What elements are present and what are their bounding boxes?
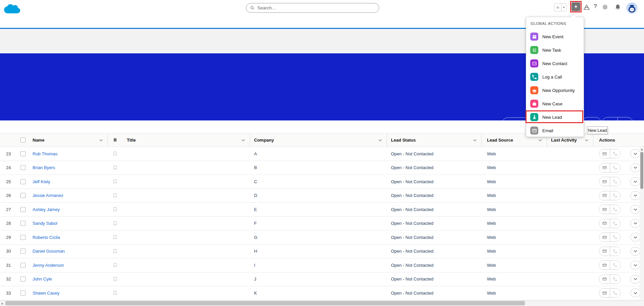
row-checkbox[interactable] — [20, 207, 26, 212]
global-action-new-opportunity[interactable]: New Opportunity — [526, 84, 584, 97]
row-checkbox[interactable] — [20, 249, 26, 254]
row-quick-actions — [599, 260, 621, 270]
row-actions-chevron-button[interactable] — [630, 289, 640, 297]
bookmark-icon[interactable] — [112, 221, 118, 226]
bookmark-icon[interactable] — [112, 249, 118, 254]
header-company[interactable]: Company — [250, 134, 387, 147]
bookmark-icon[interactable] — [112, 276, 118, 282]
call-action-button[interactable] — [610, 219, 620, 228]
setup-gear-icon[interactable] — [602, 4, 608, 10]
email-action-button[interactable] — [599, 275, 610, 284]
bookmark-icon[interactable] — [112, 207, 118, 212]
call-action-button[interactable] — [610, 149, 620, 158]
bookmark-icon[interactable] — [112, 290, 118, 296]
trailhead-guidance-icon[interactable] — [583, 4, 590, 11]
row-checkbox[interactable] — [20, 165, 26, 170]
row-actions-chevron-button[interactable] — [630, 275, 640, 284]
email-action-button[interactable] — [599, 247, 610, 256]
row-checkbox[interactable] — [20, 263, 26, 268]
lead-name-link[interactable]: Brian Byers — [33, 165, 55, 170]
bookmark-icon[interactable] — [112, 151, 118, 156]
call-action-button[interactable] — [610, 275, 620, 284]
call-action-button[interactable] — [610, 177, 620, 186]
call-action-button[interactable] — [610, 163, 620, 172]
row-actions-chevron-button[interactable] — [630, 149, 640, 158]
global-action-new-case[interactable]: New Case — [526, 97, 584, 110]
favorites-dropdown-icon[interactable]: ▼ — [561, 4, 566, 11]
scroll-left-arrow-icon[interactable]: ◂ — [1, 301, 3, 306]
row-actions-chevron-button[interactable] — [630, 247, 640, 256]
table-row: 28 Sandy Sabol F Open - Not Contacted We… — [0, 217, 644, 231]
row-checkbox[interactable] — [20, 291, 26, 296]
email-action-button[interactable] — [599, 233, 610, 242]
notifications-bell-icon[interactable] — [614, 4, 621, 10]
call-action-button[interactable] — [610, 261, 620, 269]
table-row: 27 Ashley Jamey E Open - Not Contacted W… — [0, 203, 644, 217]
lead-name-link[interactable]: Jeff Kiely — [33, 179, 50, 184]
global-search[interactable] — [246, 3, 379, 13]
global-action-new-task[interactable]: New Task — [526, 43, 584, 57]
help-icon[interactable]: ? — [594, 3, 597, 10]
email-action-button[interactable] — [599, 177, 610, 186]
global-action-new-contact[interactable]: New Contact — [526, 57, 584, 70]
email-action-button[interactable] — [599, 191, 610, 200]
row-actions-chevron-button[interactable] — [630, 233, 640, 242]
email-action-button[interactable] — [599, 219, 610, 228]
lead-name-link[interactable]: Sandy Sabol — [33, 221, 57, 226]
row-actions-chevron-button[interactable] — [630, 163, 640, 172]
bookmark-icon[interactable] — [112, 235, 118, 240]
header-lead-status[interactable]: Lead Status — [387, 134, 482, 147]
row-actions-chevron-button[interactable] — [630, 219, 640, 228]
global-action-log-a-call[interactable]: Log a Call — [526, 70, 584, 84]
vertical-scrollbar-thumb[interactable] — [640, 152, 643, 189]
bookmark-icon[interactable] — [112, 193, 118, 198]
lead-name-link[interactable]: Daniel Gossman — [33, 249, 65, 254]
bookmark-icon[interactable] — [112, 262, 118, 268]
row-actions-chevron-button[interactable] — [630, 191, 640, 200]
row-checkbox[interactable] — [20, 151, 26, 156]
call-action-button[interactable] — [610, 233, 620, 242]
chevron-down-icon — [634, 278, 637, 280]
favorites-control[interactable]: ★ ▼ — [554, 3, 566, 11]
call-action-button[interactable] — [610, 191, 620, 200]
row-checkbox[interactable] — [20, 235, 26, 240]
header-name[interactable]: Name — [30, 134, 108, 147]
row-checkbox[interactable] — [20, 276, 26, 282]
header-title[interactable]: Title — [122, 134, 250, 147]
lead-company: I — [254, 263, 255, 268]
bookmark-icon[interactable] — [112, 179, 118, 184]
lead-name-link[interactable]: Jessie Armanez — [33, 193, 63, 198]
email-action-button[interactable] — [599, 149, 610, 158]
favorite-star-icon[interactable]: ★ — [554, 4, 561, 11]
global-action-new-event[interactable]: New Event — [526, 30, 584, 43]
row-actions-chevron-button[interactable] — [630, 261, 640, 269]
email-action-button[interactable] — [599, 163, 610, 172]
email-action-button[interactable] — [599, 289, 610, 297]
row-number: 30 — [0, 249, 11, 254]
bookmark-icon[interactable] — [112, 165, 118, 170]
lead-name-link[interactable]: Ashley Jamey — [33, 207, 60, 212]
select-all-checkbox[interactable] — [20, 138, 26, 143]
horizontal-scrollbar-thumb[interactable] — [5, 301, 525, 305]
call-action-button[interactable] — [610, 247, 620, 256]
row-checkbox[interactable] — [20, 221, 26, 226]
email-action-button[interactable] — [599, 261, 610, 269]
lead-name-link[interactable]: Roberto Cicila — [33, 235, 60, 240]
row-actions-chevron-button[interactable] — [630, 177, 640, 186]
row-checkbox[interactable] — [20, 193, 26, 198]
call-action-button[interactable] — [610, 289, 620, 297]
lead-name-link[interactable]: Rob Thomas — [33, 151, 57, 156]
call-action-button[interactable] — [610, 205, 620, 214]
row-checkbox[interactable] — [20, 179, 26, 184]
lead-name-link[interactable]: Jenny Anderson — [33, 263, 64, 268]
global-action-email[interactable]: Email — [526, 124, 584, 137]
email-action-button[interactable] — [599, 205, 610, 214]
search-input[interactable] — [257, 5, 376, 10]
lead-name-link[interactable]: Shawn Casey — [33, 291, 59, 296]
avatar[interactable] — [626, 2, 638, 14]
lead-name-link[interactable]: John Cyle — [33, 276, 52, 282]
scroll-up-arrow-icon[interactable]: ▲ — [640, 148, 643, 151]
bookmark-icon — [112, 138, 118, 143]
row-number: 24 — [0, 165, 11, 170]
row-actions-chevron-button[interactable] — [630, 205, 640, 214]
